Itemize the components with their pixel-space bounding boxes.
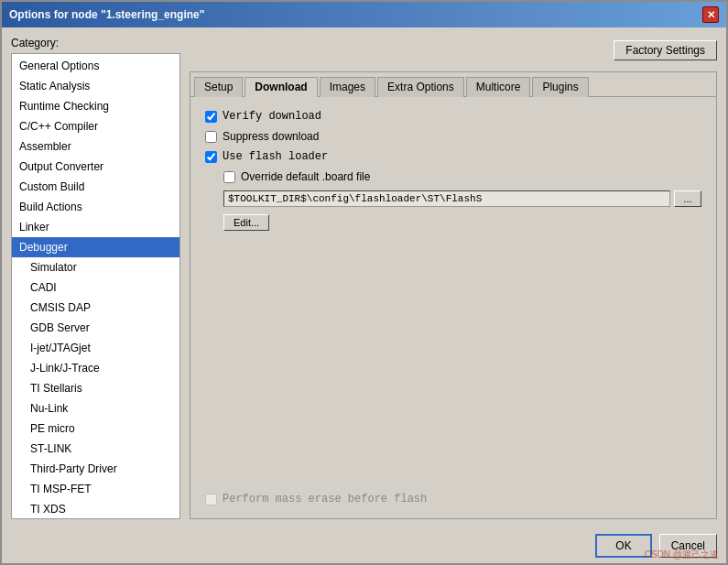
perform-mass-erase-row: Perform mass erase before flash bbox=[205, 493, 701, 505]
board-file-path-input[interactable] bbox=[223, 190, 670, 207]
tabs: SetupDownloadImagesExtra OptionsMulticor… bbox=[190, 72, 716, 97]
sidebar-item-gdb-server[interactable]: GDB Server bbox=[12, 318, 179, 338]
override-board-label[interactable]: Override default .board file bbox=[241, 170, 370, 183]
sidebar-item-ti-stellaris[interactable]: TI Stellaris bbox=[12, 378, 179, 398]
override-board-row: Override default .board file bbox=[223, 170, 701, 183]
suppress-download-row: Suppress download bbox=[205, 130, 701, 143]
factory-bar: Factory Settings bbox=[190, 37, 717, 64]
sidebar-item-third-party[interactable]: Third-Party Driver bbox=[12, 459, 179, 479]
sidebar-item-ti-msp-fet[interactable]: TI MSP-FET bbox=[12, 479, 179, 499]
verify-download-label[interactable]: Verify download bbox=[223, 110, 321, 123]
sidebar-item-cadi[interactable]: CADI bbox=[12, 277, 179, 298]
perform-mass-erase-label: Perform mass erase before flash bbox=[223, 493, 427, 505]
sidebar-item-debugger[interactable]: Debugger bbox=[12, 237, 179, 257]
sidebar-item-general-options[interactable]: General Options bbox=[12, 56, 179, 76]
factory-settings-button[interactable]: Factory Settings bbox=[614, 40, 717, 60]
verify-download-row: Verify download bbox=[205, 110, 701, 123]
perform-mass-erase-checkbox[interactable] bbox=[205, 494, 217, 505]
sidebar: Category: General OptionsStatic Analysis… bbox=[11, 37, 180, 519]
close-button[interactable]: ✕ bbox=[702, 6, 719, 23]
tab-plugins[interactable]: Plugins bbox=[532, 77, 588, 97]
browse-button[interactable]: ... bbox=[674, 190, 701, 207]
sidebar-item-cmsis-dap[interactable]: CMSIS DAP bbox=[12, 298, 179, 318]
sidebar-item-static-analysis[interactable]: Static Analysis bbox=[12, 76, 179, 96]
sidebar-item-assembler[interactable]: Assembler bbox=[12, 136, 179, 157]
edit-button[interactable]: Edit... bbox=[223, 214, 269, 231]
sidebar-item-cpp-compiler[interactable]: C/C++ Compiler bbox=[12, 116, 179, 136]
category-label: Category: bbox=[11, 37, 180, 49]
suppress-download-label[interactable]: Suppress download bbox=[223, 130, 319, 143]
sidebar-item-pe-micro[interactable]: PE micro bbox=[12, 418, 179, 439]
tab-multicore[interactable]: Multicore bbox=[466, 77, 531, 97]
title-bar: Options for node "1.steering_engine" ✕ bbox=[2, 2, 726, 27]
dialog-body: Category: General OptionsStatic Analysis… bbox=[2, 27, 726, 528]
tab-download[interactable]: Download bbox=[244, 77, 317, 97]
sidebar-item-runtime-checking[interactable]: Runtime Checking bbox=[12, 96, 179, 116]
override-board-checkbox[interactable] bbox=[223, 171, 235, 183]
sidebar-item-ti-xds[interactable]: TI XDS bbox=[12, 499, 179, 519]
bottom-bar: OK Cancel bbox=[2, 528, 726, 563]
sidebar-item-build-actions[interactable]: Build Actions bbox=[12, 197, 179, 217]
sidebar-item-j-link[interactable]: J-Link/J-Trace bbox=[12, 358, 179, 378]
use-flash-loader-label[interactable]: Use flash loader bbox=[223, 150, 328, 163]
suppress-download-checkbox[interactable] bbox=[205, 131, 217, 143]
use-flash-loader-checkbox[interactable] bbox=[205, 151, 217, 163]
sidebar-item-i-jet[interactable]: I-jet/JTAGjet bbox=[12, 338, 179, 358]
tab-panel: SetupDownloadImagesExtra OptionsMulticor… bbox=[190, 71, 717, 519]
category-tree[interactable]: General OptionsStatic AnalysisRuntime Ch… bbox=[11, 53, 180, 519]
verify-download-checkbox[interactable] bbox=[205, 111, 217, 123]
sidebar-item-linker[interactable]: Linker bbox=[12, 217, 179, 237]
tab-extra-options[interactable]: Extra Options bbox=[377, 77, 464, 97]
sidebar-item-output-converter[interactable]: Output Converter bbox=[12, 157, 179, 177]
title-bar-text: Options for node "1.steering_engine" bbox=[9, 8, 204, 21]
tab-content: Verify download Suppress download Use fl… bbox=[190, 97, 716, 518]
tab-images[interactable]: Images bbox=[320, 77, 375, 97]
use-flash-loader-row: Use flash loader bbox=[205, 150, 701, 163]
sidebar-item-nu-link[interactable]: Nu-Link bbox=[12, 398, 179, 418]
sidebar-item-st-link[interactable]: ST-LINK bbox=[12, 439, 179, 459]
tab-setup[interactable]: Setup bbox=[194, 77, 243, 97]
sidebar-item-custom-build[interactable]: Custom Build bbox=[12, 177, 179, 197]
watermark: CSDN @渡己之道 bbox=[645, 549, 719, 561]
spacer bbox=[205, 238, 701, 485]
ok-button[interactable]: OK bbox=[595, 534, 651, 558]
main-panel: Factory Settings SetupDownloadImagesExtr… bbox=[190, 37, 717, 519]
dialog-window: Options for node "1.steering_engine" ✕ C… bbox=[0, 0, 728, 565]
sidebar-item-simulator[interactable]: Simulator bbox=[12, 257, 179, 277]
path-row: ... bbox=[223, 190, 701, 207]
